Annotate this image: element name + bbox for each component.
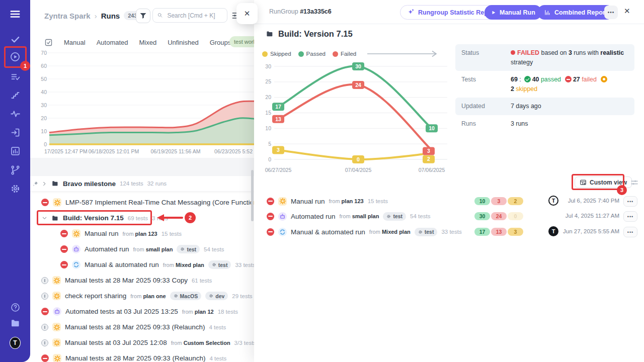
svg-text:10: 10 xyxy=(265,125,271,131)
group-runs-count: 3 runs xyxy=(152,215,168,221)
run-row[interactable]: check report sharing from plan one MacOS… xyxy=(30,288,254,304)
run-row[interactable]: Manual tests at 03 Jul 2025 12:08 from C… xyxy=(30,335,254,350)
folder-icon xyxy=(51,180,59,187)
run-row[interactable]: Automated run from small plan test 54 te… xyxy=(30,241,254,257)
breadcrumb: Zyntra Spark › Runs 243 xyxy=(44,7,141,24)
run-name: Automated run xyxy=(85,245,129,253)
run-date: Jun 27, 2025 5:55 AM xyxy=(560,228,619,234)
passed-count-pill: 30 xyxy=(474,212,490,220)
row-more-button[interactable]: ••• xyxy=(623,211,637,222)
bar-chart-icon xyxy=(544,9,551,16)
status-unfinished-icon xyxy=(41,339,48,346)
passed-dot-icon xyxy=(298,51,304,57)
tab-automated[interactable]: Automated xyxy=(97,39,128,46)
run-from: from small plan xyxy=(133,246,173,252)
more-options-button[interactable]: ••• xyxy=(604,6,618,19)
svg-text:0: 0 xyxy=(357,156,360,162)
close-panel-icon[interactable]: ✕ xyxy=(624,7,630,16)
steps-icon[interactable] xyxy=(10,90,21,101)
plan-name: small plan xyxy=(352,213,379,219)
run-row[interactable]: Manual & automated run from Mixed plan t… xyxy=(30,257,254,273)
failed-minus-icon xyxy=(565,76,572,82)
analytics-chart-icon[interactable] xyxy=(10,145,21,156)
help-icon[interactable] xyxy=(10,302,21,313)
manual-run-icon xyxy=(53,354,61,362)
tag-test-work[interactable]: test work xyxy=(229,36,254,47)
left-scrollbar-thumb[interactable] xyxy=(251,170,254,221)
legend-skipped: Skipped xyxy=(262,51,291,57)
tests-label: Tests xyxy=(461,75,511,94)
chevron-down-icon[interactable] xyxy=(42,215,47,221)
runs-play-icon[interactable] xyxy=(10,51,21,62)
close-list-button[interactable]: ✕ xyxy=(236,3,258,24)
runs-trend-area-chart: 01020304050607017/2025 12:47 PM06/18/202… xyxy=(39,49,254,156)
run-row[interactable]: Manual tests at 28 Mar 2025 09:33 Copy 6… xyxy=(30,273,254,288)
run-from: from plan 123 xyxy=(329,198,364,204)
run-tests-count: 4 tests xyxy=(209,355,226,361)
activity-pulse-icon[interactable] xyxy=(10,108,21,119)
run-from: from small plan xyxy=(340,213,379,219)
import-icon[interactable] xyxy=(10,127,21,138)
run-group-row-build[interactable]: Build: Version 7.15 69 tests 3 runs xyxy=(30,210,254,226)
run-row[interactable]: Manual tests at 28 Mar 2025 09:33 (Relau… xyxy=(30,350,254,362)
search-input[interactable] xyxy=(166,12,223,20)
gear-icon xyxy=(418,230,423,234)
run-from: from plan 123 xyxy=(123,231,157,237)
run-name: Manual & automated run xyxy=(85,261,159,268)
runner-avatar: T xyxy=(548,196,558,206)
chevron-right-icon[interactable] xyxy=(42,180,47,187)
custom-view-button[interactable]: Custom view xyxy=(575,176,632,188)
settings-gear-icon[interactable] xyxy=(10,183,21,194)
rungroup-info-table: Status FAILED based on 3 runs with reali… xyxy=(455,44,634,133)
run-date: Jul 4, 2025 11:27 AM xyxy=(560,213,619,219)
user-avatar[interactable]: T xyxy=(10,337,21,348)
status-failed-icon xyxy=(60,230,68,237)
env-tag: dev xyxy=(205,292,228,300)
plan-name: small plan xyxy=(146,246,173,252)
legend-failed: Failed xyxy=(333,51,356,57)
run-row[interactable]: LMP-587 Implement Real-Time Chat Messagi… xyxy=(30,195,254,210)
tab-unfinished[interactable]: Unfinished xyxy=(168,39,198,46)
run-row[interactable]: Manual run from plan 123 15 tests xyxy=(30,226,254,241)
svg-text:25: 25 xyxy=(265,78,271,84)
search-icon xyxy=(157,12,163,19)
breadcrumb-page: Runs xyxy=(101,12,120,20)
gear-icon xyxy=(209,294,213,298)
svg-text:06/18/2025 12:01 PM: 06/18/2025 12:01 PM xyxy=(89,148,139,154)
svg-text:10: 10 xyxy=(429,125,435,131)
rungroup-header: RunGroup #13a335c6 Rungroup Statistic Re… xyxy=(254,0,644,24)
run-tests-count: 33 tests xyxy=(441,229,461,235)
run-row[interactable]: Manual tests at 28 Mar 2025 09:33 (Relau… xyxy=(30,319,254,335)
from-label: from xyxy=(133,246,144,252)
svg-text:10: 10 xyxy=(41,128,47,134)
row-more-button[interactable]: ••• xyxy=(623,227,637,237)
updated-value: 7 days ago xyxy=(511,102,541,111)
svg-text:30: 30 xyxy=(355,63,361,69)
tests-check-icon[interactable] xyxy=(10,34,21,45)
view-filters-icon[interactable] xyxy=(630,178,638,187)
run-group-row[interactable]: Bravo milestone 124 tests 32 runs xyxy=(30,176,254,191)
run-from: from plan one xyxy=(130,293,166,299)
group-run-row[interactable]: Manual run from plan 123 15 tests 10 3 2… xyxy=(259,194,639,209)
select-runs-icon[interactable] xyxy=(44,38,53,47)
tab-groups[interactable]: Groups xyxy=(210,39,231,46)
row-more-button[interactable]: ••• xyxy=(623,196,637,207)
run-tests-count: 4 tests xyxy=(209,324,226,330)
filter-button[interactable] xyxy=(136,9,150,23)
svg-text:50: 50 xyxy=(41,76,47,82)
combined-report-button[interactable]: Combined Report xyxy=(537,5,614,20)
menu-icon[interactable] xyxy=(10,9,21,20)
svg-text:20: 20 xyxy=(41,115,47,121)
projects-folder-icon[interactable] xyxy=(10,318,21,329)
manual-run-icon xyxy=(52,292,61,300)
tab-manual[interactable]: Manual xyxy=(64,39,86,46)
group-run-row[interactable]: Automated run from small plan test 54 te… xyxy=(259,209,639,224)
group-run-row[interactable]: Manual & automated run from Mixed plan t… xyxy=(259,224,639,239)
search-input-wrap xyxy=(152,8,227,23)
branch-icon[interactable] xyxy=(10,164,21,175)
plans-checklist-icon[interactable] xyxy=(10,71,21,82)
manual-run-button[interactable]: Manual Run xyxy=(485,5,542,20)
breadcrumb-project[interactable]: Zyntra Spark xyxy=(44,12,91,20)
run-row[interactable]: Automated tests at 03 Jul 2025 13:25 fro… xyxy=(30,304,254,319)
tab-mixed[interactable]: Mixed xyxy=(139,39,157,46)
